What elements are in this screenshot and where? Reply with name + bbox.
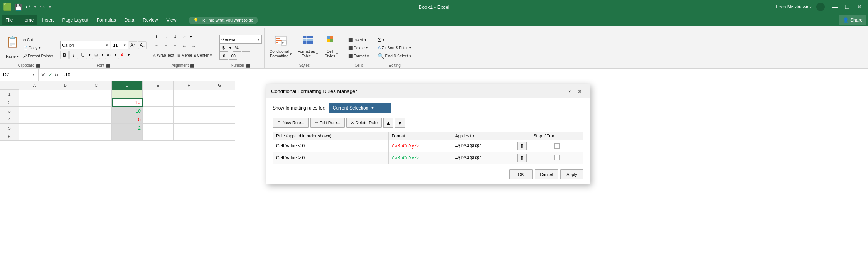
cell-C6[interactable] [81, 132, 112, 141]
menu-item-home[interactable]: Home [17, 15, 37, 25]
cell-C2[interactable] [81, 98, 112, 107]
paste-button[interactable]: 📋 Paste ▼ [4, 34, 21, 60]
cell-G4[interactable] [204, 115, 235, 124]
dialog-close-button[interactable]: ✕ [575, 86, 585, 96]
cut-button[interactable]: ✂ Cut [22, 36, 54, 44]
menu-item-page-layout[interactable]: Page Layout [58, 15, 92, 25]
font-expand-icon[interactable]: ⬛ [106, 64, 110, 68]
cell-C3[interactable] [81, 107, 112, 115]
decrease-font-button[interactable]: A↓ [138, 41, 147, 49]
cell-G2[interactable] [204, 98, 235, 107]
tell-me-input[interactable]: 💡 Tell me what you want to do [189, 17, 258, 24]
fill-color-button[interactable]: A⬦ [105, 51, 113, 59]
cell-D6[interactable] [112, 132, 143, 141]
cell-G6[interactable] [204, 132, 235, 141]
col-header-B[interactable]: B [50, 81, 81, 90]
cell-styles-button[interactable]: CellStyles ▼ [322, 34, 341, 60]
font-name-selector[interactable]: Calibri ▼ [60, 41, 110, 49]
col-header-D[interactable]: D [112, 81, 143, 90]
new-rule-button[interactable]: 🗋 New Rule... [273, 118, 309, 128]
menu-item-insert[interactable]: Insert [38, 15, 57, 25]
cell-E3[interactable] [143, 107, 174, 115]
move-down-button[interactable]: ▼ [395, 118, 405, 128]
menu-item-review[interactable]: Review [139, 15, 162, 25]
align-bottom-button[interactable]: ⬇ [171, 33, 179, 41]
col-header-C[interactable]: C [81, 81, 112, 90]
insert-button[interactable]: ⬛ Insert ▼ [347, 36, 371, 44]
row-num-6[interactable]: 6 [0, 132, 19, 141]
edit-rule-button[interactable]: ✏ Edit Rule... [310, 118, 345, 128]
cell-D5[interactable]: 2 [112, 124, 143, 132]
cell-B1[interactable] [50, 90, 81, 98]
number-format-selector[interactable]: General ▼ [219, 35, 262, 44]
comma-button[interactable]: , [242, 44, 250, 52]
save-icon[interactable]: 💾 [15, 3, 22, 11]
cell-D1[interactable] [112, 90, 143, 98]
number-expand-icon[interactable]: ⬛ [246, 64, 250, 68]
cell-A2[interactable] [19, 98, 50, 107]
cell-C1[interactable] [81, 90, 112, 98]
dialog-help-button[interactable]: ? [564, 86, 574, 96]
decrease-decimal-button[interactable]: .0 [219, 52, 228, 60]
cell-B2[interactable] [50, 98, 81, 107]
merge-center-button[interactable]: ⊟ Merge & Center ▼ [176, 51, 214, 59]
cell-E1[interactable] [143, 90, 174, 98]
cell-G1[interactable] [204, 90, 235, 98]
menu-item-data[interactable]: Data [121, 15, 138, 25]
cell-E5[interactable] [143, 124, 174, 132]
redo-icon[interactable]: ↪ [40, 3, 45, 10]
cell-D4[interactable]: -5 [112, 115, 143, 124]
cell-A5[interactable] [19, 124, 50, 132]
cell-F4[interactable] [174, 115, 204, 124]
cell-F5[interactable] [174, 124, 204, 132]
fill-button[interactable]: A Z ↓ Sort & Filter ▼ [376, 44, 413, 52]
cell-F6[interactable] [174, 132, 204, 141]
cell-C4[interactable] [81, 115, 112, 124]
autosum-button[interactable]: Σ ▼ [376, 36, 413, 44]
align-right-button[interactable]: ≡ [171, 42, 179, 50]
cell-E2[interactable] [143, 98, 174, 107]
cell-B5[interactable] [50, 124, 81, 132]
confirm-formula-icon[interactable]: ✓ [48, 72, 52, 78]
undo-icon[interactable]: ↩ [25, 3, 30, 10]
format-button[interactable]: ⬛ Format ▼ [347, 52, 371, 60]
minimize-button[interactable]: — [829, 2, 840, 12]
font-color-button[interactable]: A [118, 51, 126, 59]
increase-font-button[interactable]: A↑ [129, 41, 137, 49]
delete-rule-button[interactable]: ✕ Delete Rule [346, 118, 382, 128]
cell-E4[interactable] [143, 115, 174, 124]
find-select-button[interactable]: 🔍 Find & Select ▼ [376, 52, 413, 60]
bold-button[interactable]: B [60, 51, 69, 59]
row-num-4[interactable]: 4 [0, 115, 19, 124]
underline-button[interactable]: U [79, 51, 87, 59]
align-top-button[interactable]: ⬆ [152, 33, 161, 41]
select-all-button[interactable] [0, 81, 19, 90]
cell-E6[interactable] [143, 132, 174, 141]
cell-A1[interactable] [19, 90, 50, 98]
share-button[interactable]: 👤Share [839, 15, 866, 25]
currency-button[interactable]: $ [219, 44, 228, 52]
cell-G5[interactable] [204, 124, 235, 132]
conditional-formatting-button[interactable]: ≠ ConditionalFormatting ▼ [268, 34, 294, 60]
col-header-A[interactable]: A [19, 81, 50, 90]
formula-content[interactable]: -10 [61, 69, 868, 81]
percent-button[interactable]: % [233, 44, 241, 52]
increase-indent-button[interactable]: ⇥ [189, 42, 198, 50]
align-middle-button[interactable]: ↔ [162, 33, 170, 41]
wrap-text-button[interactable]: ⎌ Wrap Text [152, 51, 175, 59]
orientation-button[interactable]: ↗ [180, 33, 189, 41]
restore-button[interactable]: ❐ [842, 2, 853, 12]
menu-item-formulas[interactable]: Formulas [93, 15, 120, 25]
cell-A6[interactable] [19, 132, 50, 141]
close-button[interactable]: ✕ [854, 2, 865, 12]
fx-button[interactable]: fx [55, 72, 59, 78]
format-as-table-button[interactable]: Format asTable ▼ [296, 34, 320, 60]
align-center-button[interactable]: ≡ [162, 42, 170, 50]
increase-decimal-button[interactable]: .00 [229, 52, 237, 60]
delete-button[interactable]: ⬛ Delete ▼ [347, 44, 371, 52]
show-rules-dropdown[interactable]: Current Selection ▼ [329, 103, 391, 113]
expand-icon[interactable]: ⬛ [36, 64, 40, 68]
quick-access-arrow[interactable]: ▼ [48, 5, 52, 9]
col-header-E[interactable]: E [143, 81, 174, 90]
cancel-formula-icon[interactable]: ✕ [41, 72, 46, 78]
